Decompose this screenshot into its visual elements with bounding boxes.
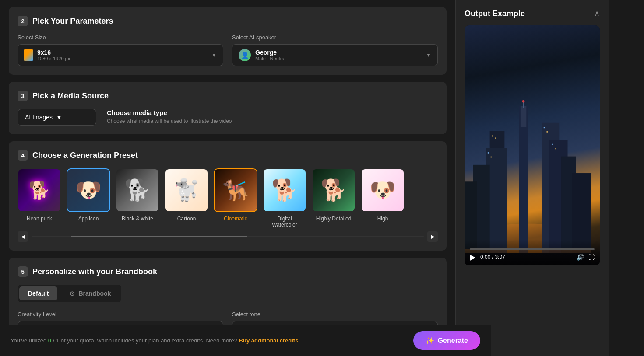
watercolor-visual: 🐕 (264, 169, 306, 211)
cinematic-visual: 🐕‍🦺 (215, 169, 257, 211)
speaker-chevron-icon: ▼ (426, 52, 431, 58)
presets-nav: ◀ ▶ (18, 231, 438, 242)
generate-label: Generate (438, 337, 468, 345)
section-number-2: 2 (18, 16, 28, 26)
svg-rect-20 (555, 148, 556, 149)
app-dog-icon: 🐶 (75, 178, 102, 202)
brandbook-toggle-label: Brandbook (78, 290, 111, 297)
preset-bw-thumb: 🐕 (116, 168, 159, 212)
time-display: 0:00 / 3:07 (480, 254, 572, 260)
preset-highly-detailed-label: Highly Detailed (316, 216, 352, 222)
preset-watercolor-label: Digital Watercolor (272, 216, 297, 228)
output-title: Output Example (465, 9, 525, 18)
bottom-bar: You've utilized 0 / 1 of your quota, whi… (0, 325, 491, 356)
preset-neon-punk-label: Neon punk (27, 216, 52, 222)
preset-bw[interactable]: 🐕 Black & white (116, 168, 159, 228)
params-row: Select Size 9x16 1080 x 1920 px ▼ Select… (18, 34, 438, 66)
media-source-section: 3 Pick a Media Source AI Images ▼ Choose… (9, 82, 447, 134)
preset-app-icon[interactable]: 🐶 App icon (67, 168, 110, 228)
fullscreen-button[interactable]: ⛶ (588, 254, 595, 261)
default-toggle-button[interactable]: Default (19, 286, 57, 300)
quota-suffix: of your quota, which includes your plan … (59, 337, 237, 344)
progress-bar[interactable] (470, 248, 595, 250)
quota-prefix: You've utilized (11, 337, 48, 344)
preset-watercolor[interactable]: 🐕 Digital Watercolor (263, 168, 306, 228)
preset-watercolor-thumb: 🐕 (263, 168, 306, 212)
output-header: Output Example ∧ (465, 9, 600, 18)
speaker-group: Select AI speaker 👤 George Male - Neutra… (232, 34, 438, 66)
detailed-visual: 🐕 (313, 169, 355, 211)
preset-neon-punk[interactable]: 🐕 Neon punk (18, 168, 61, 228)
svg-rect-16 (491, 156, 492, 157)
parameters-section: 2 Pick Your Parameters Select Size 9x16 … (9, 7, 447, 75)
svg-point-4 (522, 100, 525, 103)
bw-dog-icon: 🐕 (124, 178, 151, 202)
preset-high[interactable]: 🐶 High (361, 168, 405, 228)
watercolor-dog-icon: 🐕 (271, 178, 298, 202)
choose-media-desc: Choose what media will be used to illust… (107, 118, 232, 124)
brandbook-icon: ⊙ (70, 290, 75, 297)
quota-sep: / (51, 337, 56, 344)
speaker-select[interactable]: 👤 George Male - Neutral ▼ (232, 44, 438, 66)
speaker-text: George Male - Neutral (255, 49, 285, 61)
svg-rect-14 (495, 137, 496, 139)
presets-prev-button[interactable]: ◀ (18, 231, 28, 242)
total-time: 3:07 (495, 254, 505, 260)
buy-credits-link[interactable]: Buy additional credits. (237, 337, 300, 344)
media-select-value: AI Images (25, 114, 53, 121)
cinematic-dog-icon: 🐕‍🦺 (222, 178, 249, 202)
current-time: 0:00 (480, 254, 490, 260)
size-chevron-icon: ▼ (211, 52, 217, 58)
presets-title: Choose a Generation Preset (32, 151, 138, 160)
svg-rect-18 (546, 131, 548, 133)
preset-cartoon[interactable]: 🐩 Cartoon (165, 168, 208, 228)
brandbook-toggle-button[interactable]: ⊙ Brandbook (61, 286, 120, 300)
size-icon (24, 49, 33, 61)
preset-highly-detailed[interactable]: 🐕 Highly Detailed (312, 168, 355, 228)
media-row: AI Images ▼ Choose media type Choose wha… (18, 109, 438, 126)
preset-cartoon-thumb: 🐩 (165, 168, 208, 212)
preset-cinematic[interactable]: 🐕‍🦺 Cinematic (214, 168, 257, 228)
svg-rect-2 (521, 106, 526, 127)
presets-scroll-thumb (71, 236, 247, 237)
volume-button[interactable]: 🔊 (577, 254, 584, 261)
presets-next-button[interactable]: ▶ (427, 231, 438, 242)
media-chevron-icon: ▼ (56, 114, 62, 121)
preset-bw-label: Black & white (122, 216, 153, 222)
preset-high-label: High (377, 216, 388, 222)
presets-scroll-container: 🐕 Neon punk 🐶 App icon 🐕 (18, 168, 438, 228)
preset-highly-detailed-thumb: 🐕 (312, 168, 355, 212)
svg-rect-15 (488, 152, 489, 154)
media-type-select[interactable]: AI Images ▼ (18, 109, 96, 126)
play-button[interactable]: ▶ (470, 252, 476, 262)
brandbook-toggle: Default ⊙ Brandbook (18, 285, 121, 302)
media-type-info: Choose media type Choose what media will… (107, 109, 232, 124)
creativity-label: Creativity Level (18, 311, 223, 318)
generate-button[interactable]: ✨ Generate (413, 331, 480, 350)
svg-rect-17 (544, 127, 545, 128)
quota-info: You've utilized 0 / 1 of your quota, whi… (11, 337, 300, 344)
size-text: 9x16 1080 x 1920 px (37, 49, 70, 61)
speaker-sub: Male - Neutral (255, 56, 285, 61)
speaker-name: George (255, 49, 285, 56)
presets-scroll-track (32, 236, 424, 237)
svg-rect-19 (552, 144, 553, 145)
collapse-button[interactable]: ∧ (594, 9, 600, 18)
preset-app-icon-thumb: 🐶 (67, 168, 110, 212)
size-dimensions: 1080 x 1920 px (37, 56, 70, 61)
preset-cartoon-label: Cartoon (177, 216, 196, 222)
media-header: 3 Pick a Media Source (18, 91, 438, 101)
svg-rect-13 (492, 135, 493, 136)
media-title: Pick a Media Source (32, 91, 109, 101)
parameters-header: 2 Pick Your Parameters (18, 16, 438, 26)
quota-used: 0 (48, 337, 51, 344)
tone-label: Select tone (232, 311, 438, 318)
cartoon-dog-icon: 🐩 (173, 178, 200, 202)
speaker-label: Select AI speaker (232, 34, 438, 41)
size-group: Select Size 9x16 1080 x 1920 px ▼ (18, 34, 223, 66)
section-number-4: 4 (18, 150, 28, 161)
brandbook-header: 5 Personalize with your Brandbook (18, 266, 438, 277)
size-select[interactable]: 9x16 1080 x 1920 px ▼ (18, 44, 223, 66)
preset-app-icon-label: App icon (78, 216, 99, 222)
output-panel: Output Example ∧ (455, 0, 609, 356)
